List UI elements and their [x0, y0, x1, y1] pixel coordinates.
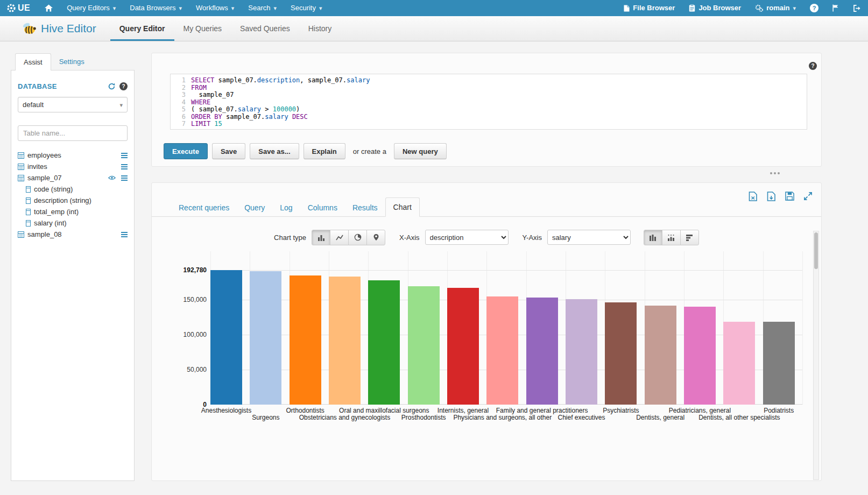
- help-button[interactable]: [803, 0, 825, 16]
- fullscreen-icon[interactable]: [803, 192, 813, 201]
- save-button[interactable]: Save: [212, 143, 245, 159]
- tab-recent-queries[interactable]: Recent queries: [171, 199, 237, 217]
- new-query-button[interactable]: New query: [394, 143, 447, 159]
- chart-bar[interactable]: [763, 322, 795, 405]
- tab-log[interactable]: Log: [272, 199, 300, 217]
- database-select[interactable]: default: [18, 97, 128, 112]
- table-menu-icon[interactable]: [121, 232, 128, 237]
- clipboard-icon: [689, 4, 695, 12]
- home-button[interactable]: [38, 0, 60, 16]
- y-axis-select[interactable]: salary: [547, 230, 631, 245]
- menu-query-editors[interactable]: Query Editors: [60, 0, 123, 16]
- chart-bar[interactable]: [408, 286, 440, 405]
- menu-workflows[interactable]: Workflows: [189, 0, 241, 16]
- chart-bar[interactable]: [290, 275, 321, 405]
- hue-logo[interactable]: UE: [0, 0, 38, 16]
- vertical-scrollbar[interactable]: [813, 231, 819, 480]
- chart-bar[interactable]: [566, 299, 597, 405]
- logout-button[interactable]: [846, 0, 868, 16]
- panel-resize-handle[interactable]: [770, 172, 772, 176]
- table-name[interactable]: employees: [27, 151, 61, 159]
- database-help-icon[interactable]: [119, 82, 128, 90]
- code-line: ( sample_07.salary > 100000): [191, 106, 807, 114]
- table-menu-icon[interactable]: [121, 175, 128, 181]
- tab-columns[interactable]: Columns: [300, 199, 345, 217]
- tab-history[interactable]: History: [299, 16, 341, 41]
- chart-area: 050,000100,000150,000192,780Anesthesiolo…: [152, 251, 821, 423]
- job-browser-link[interactable]: Job Browser: [682, 0, 748, 16]
- chart-bar[interactable]: [684, 307, 716, 405]
- tab-settings[interactable]: Settings: [51, 53, 93, 70]
- table-name[interactable]: invites: [27, 162, 47, 171]
- preview-eye-icon[interactable]: [108, 175, 116, 180]
- job-browser-label: Job Browser: [698, 0, 741, 16]
- table-name[interactable]: sample_08: [27, 230, 62, 238]
- editor-code[interactable]: SELECT sample_07.description, sample_07.…: [189, 77, 807, 129]
- save-as-button[interactable]: Save as...: [250, 143, 299, 159]
- chart-bar[interactable]: [368, 280, 400, 405]
- execute-button[interactable]: Execute: [164, 143, 208, 159]
- table-row[interactable]: sample_08: [18, 229, 128, 240]
- explain-button[interactable]: Explain: [304, 143, 345, 159]
- stacked-bars-button[interactable]: [662, 230, 681, 245]
- logout-icon: [853, 5, 861, 12]
- table-filter-input[interactable]: [18, 125, 128, 141]
- pie-chart-button[interactable]: [348, 230, 367, 245]
- scrollbar-thumb[interactable]: [814, 232, 818, 269]
- chart-bar[interactable]: [329, 277, 361, 405]
- save-results-icon[interactable]: [785, 192, 794, 201]
- tab-query-editor[interactable]: Query Editor: [110, 16, 174, 41]
- refresh-icon[interactable]: [108, 83, 115, 90]
- column-row[interactable]: description (string): [18, 195, 128, 206]
- sidebar-tabs: Assist Settings: [11, 52, 135, 70]
- chart-bar[interactable]: [723, 322, 755, 405]
- bar-chart-button[interactable]: [312, 230, 330, 245]
- table-menu-icon[interactable]: [121, 153, 128, 158]
- results-panel: Recent queries Query Log Columns Results…: [151, 182, 822, 481]
- x-axis-category-label: Pediatricians, general: [669, 407, 731, 414]
- tab-my-queries[interactable]: My Queries: [174, 16, 231, 41]
- chart-bar[interactable]: [447, 288, 479, 405]
- column-row[interactable]: salary (int): [18, 217, 128, 229]
- tab-chart[interactable]: Chart: [385, 197, 420, 217]
- column-row[interactable]: total_emp (int): [18, 206, 128, 217]
- column-name: total_emp (int): [34, 208, 79, 216]
- chart-bar[interactable]: [645, 306, 676, 405]
- line-chart-button[interactable]: [330, 230, 349, 245]
- x-axis-category-label: Psychiatrists: [603, 407, 639, 414]
- menu-data-browsers[interactable]: Data Browsers: [123, 0, 189, 16]
- menu-search[interactable]: Search: [241, 0, 284, 16]
- x-axis-select[interactable]: description: [425, 230, 509, 245]
- editor-help-icon[interactable]: [809, 62, 817, 70]
- menu-security[interactable]: Security: [284, 0, 329, 16]
- tab-results[interactable]: Results: [345, 199, 385, 217]
- line-number: 3: [171, 91, 186, 99]
- column-row[interactable]: code (string): [18, 183, 128, 195]
- file-browser-link[interactable]: File Browser: [617, 0, 682, 16]
- horizontal-bars-button[interactable]: [680, 230, 699, 245]
- tab-saved-queries[interactable]: Saved Queries: [231, 16, 299, 41]
- chart-bar[interactable]: [526, 298, 558, 405]
- download-csv-icon[interactable]: [767, 192, 776, 201]
- table-row[interactable]: sample_07: [18, 172, 128, 183]
- app-header: Hive Editor Query Editor My Queries Save…: [0, 16, 868, 41]
- table-icon: [18, 175, 24, 181]
- table-row[interactable]: employees: [18, 150, 128, 161]
- tab-assist[interactable]: Assist: [15, 53, 51, 70]
- sql-editor[interactable]: 1234567 SELECT sample_07.description, sa…: [170, 74, 807, 130]
- user-menu[interactable]: romain: [748, 0, 803, 16]
- assist-sidebar: Assist Settings DATABASE default employe…: [11, 52, 135, 481]
- feedback-flag-button[interactable]: [825, 0, 846, 16]
- code-line: FROM: [191, 84, 807, 92]
- download-xls-icon[interactable]: [749, 192, 758, 201]
- chart-bar[interactable]: [486, 296, 518, 405]
- chart-bar[interactable]: [210, 270, 242, 405]
- map-chart-button[interactable]: [366, 230, 385, 245]
- table-menu-icon[interactable]: [121, 164, 128, 169]
- chart-bar[interactable]: [605, 302, 637, 405]
- tab-query[interactable]: Query: [237, 199, 272, 217]
- grouped-bars-button[interactable]: [644, 230, 662, 245]
- table-name[interactable]: sample_07: [27, 174, 62, 182]
- chart-bar[interactable]: [250, 271, 281, 405]
- table-row[interactable]: invites: [18, 161, 128, 172]
